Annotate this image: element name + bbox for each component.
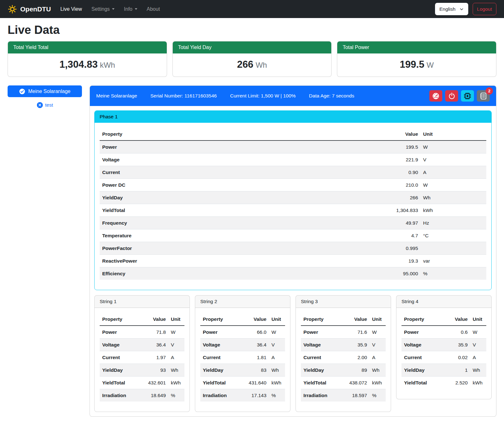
inverter-card: Meine Solaranlage Serial Number: 1161716…	[90, 85, 496, 417]
brand-link[interactable]: OpenDTU	[8, 4, 51, 14]
table-row: YieldTotal1,304.833kWh	[100, 204, 486, 217]
table-row: YieldTotal2.520kWh	[401, 377, 486, 389]
value-cell: 2.00	[344, 351, 370, 364]
string-card-title: String 2	[195, 296, 290, 308]
column-header-unit: Unit	[168, 313, 184, 326]
value-cell: 17.143	[244, 389, 269, 402]
device-info-button[interactable]	[461, 90, 474, 102]
value-cell: 71.6	[344, 326, 370, 339]
events-button[interactable]: 2	[477, 90, 490, 102]
unit-cell: V	[470, 339, 486, 351]
inverter-sidebar: Meine Solaranlage test	[8, 85, 82, 108]
table-header: Property Value Unit	[301, 313, 386, 326]
string-1-table: Property Value Unit Power71.8WVoltage36.…	[100, 313, 184, 402]
nav-item-info[interactable]: Info	[124, 6, 137, 12]
table-row: YieldTotal432.601kWh	[100, 377, 184, 389]
unit-cell: V	[269, 339, 285, 351]
value-cell: 95.000	[378, 267, 420, 280]
column-header-value: Value	[143, 313, 168, 326]
nav-item-label: Live View	[60, 6, 82, 12]
logout-button[interactable]: Logout	[473, 3, 496, 15]
column-header-property: Property	[401, 313, 445, 326]
value-cell: 19.3	[378, 255, 420, 267]
value-cell: 35.9	[445, 339, 470, 351]
value-cell: 1	[445, 364, 470, 377]
card-value: 199.5	[400, 59, 425, 70]
unit-cell: kWh	[269, 377, 285, 389]
unit-cell: W	[370, 326, 386, 339]
table-row: YieldTotal431.640kWh	[200, 377, 285, 389]
inverter-card-header: Meine Solaranlage Serial Number: 1161716…	[90, 86, 496, 106]
property-cell: Voltage	[401, 339, 445, 351]
string-1-card: String 1 Property Value Unit Power71.8WV…	[94, 295, 190, 412]
language-select[interactable]: English	[435, 3, 468, 15]
card-body: 199.5W	[337, 53, 496, 77]
string-2-card: String 2 Property Value Unit Power66.0WV…	[195, 295, 290, 412]
power-button[interactable]	[445, 90, 458, 102]
table-header: Property Value Unit	[100, 313, 184, 326]
table-row: Current1.97A	[100, 351, 184, 364]
string-table-wrap: Property Value Unit Power71.6WVoltage35.…	[296, 308, 391, 412]
events-count-badge: 2	[486, 87, 493, 95]
inverter-data-age: Data Age: 7 seconds	[309, 93, 354, 99]
unit-cell: Hz	[420, 217, 486, 229]
property-cell: Frequency	[100, 217, 378, 229]
sidebar-item-label: test	[45, 102, 53, 108]
table-row: Irradiation18.597%	[301, 389, 386, 402]
card-unit: W	[426, 61, 434, 69]
sidebar-item-test[interactable]: test	[8, 102, 82, 108]
value-cell: 36.4	[244, 339, 269, 351]
caret-down-icon	[112, 8, 115, 10]
table-header: Property Value Unit	[200, 313, 285, 326]
phase-panel: Phase 1 Property Value Unit Power199.5WV…	[94, 110, 492, 290]
power-icon	[448, 92, 455, 99]
unit-cell: var	[420, 255, 486, 267]
property-cell: YieldDay	[301, 364, 344, 377]
value-cell: 18.649	[143, 389, 168, 402]
table-row: Power DC210.0W	[100, 179, 486, 191]
property-cell: PowerFactor	[100, 242, 378, 255]
check-circle-icon	[19, 88, 25, 95]
unit-cell: kWh	[168, 377, 184, 389]
unit-cell: W	[470, 326, 486, 339]
table-row: Power71.8W	[100, 326, 184, 339]
value-cell: 1.97	[143, 351, 168, 364]
journal-text-icon	[480, 92, 487, 100]
nav-item-settings[interactable]: Settings	[91, 6, 115, 12]
value-cell: 4.7	[378, 229, 420, 242]
nav-item-about[interactable]: About	[147, 6, 160, 12]
value-cell: 0.90	[378, 166, 420, 179]
string-table-wrap: Property Value Unit Power66.0WVoltage36.…	[195, 308, 290, 412]
chevron-down-icon	[459, 7, 464, 11]
unit-cell: W	[420, 140, 486, 153]
column-header-property: Property	[301, 313, 344, 326]
property-cell: Voltage	[100, 153, 378, 166]
total-yield-total-card: Total Yield Total 1,304.83kWh	[8, 41, 167, 77]
string-3-table: Property Value Unit Power71.6WVoltage35.…	[301, 313, 386, 402]
property-cell: Power	[200, 326, 244, 339]
table-row: Voltage36.4V	[200, 339, 285, 351]
table-row: Current2.00A	[301, 351, 386, 364]
table-row: Efficiency95.000%	[100, 267, 486, 280]
value-cell: 0.995	[378, 242, 420, 255]
property-cell: Voltage	[100, 339, 143, 351]
navbar-right: English Logout	[435, 3, 496, 15]
nav-item-live-view[interactable]: Live View	[60, 6, 82, 12]
string-2-table: Property Value Unit Power66.0WVoltage36.…	[200, 313, 285, 402]
property-cell: Voltage	[200, 339, 244, 351]
table-row: Power66.0W	[200, 326, 285, 339]
value-cell: 18.597	[344, 389, 370, 402]
unit-cell: %	[370, 389, 386, 402]
limit-settings-button[interactable]	[429, 90, 442, 102]
column-header-unit: Unit	[470, 313, 486, 326]
sidebar-item-label: Meine Solaranlage	[28, 89, 70, 94]
property-cell: Temperature	[100, 229, 378, 242]
value-cell: 432.601	[143, 377, 168, 389]
value-cell: 36.4	[143, 339, 168, 351]
inverter-name: Meine Solaranlage	[96, 93, 137, 99]
unit-cell: %	[269, 389, 285, 402]
value-cell: 221.9	[378, 153, 420, 166]
property-cell: Current	[200, 351, 244, 364]
sidebar-item-meine-solaranlage[interactable]: Meine Solaranlage	[8, 85, 82, 97]
string-3-card: String 3 Property Value Unit Power71.6WV…	[296, 295, 391, 412]
